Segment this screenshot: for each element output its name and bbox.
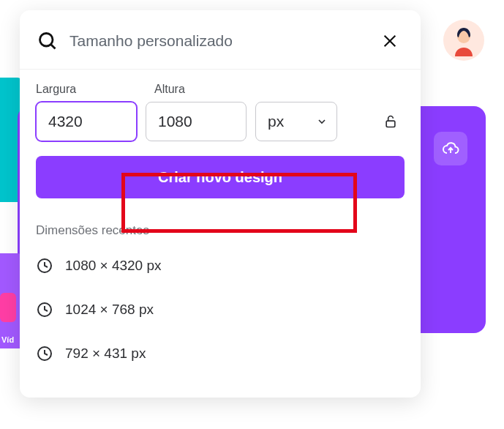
upload-button[interactable]	[434, 132, 467, 165]
width-value: 4320	[48, 113, 83, 130]
width-input[interactable]: 4320	[36, 102, 137, 141]
height-value: 1080	[158, 113, 192, 130]
bg-tile-pink	[0, 293, 16, 322]
lock-aspect-button[interactable]	[377, 102, 405, 141]
recent-item-label: 1080 × 4320 px	[65, 258, 162, 274]
close-icon	[382, 33, 398, 49]
create-design-button[interactable]: Criar novo design	[36, 156, 405, 198]
svg-line-3	[51, 45, 56, 49]
create-design-label: Criar novo design	[158, 169, 282, 186]
clock-icon	[36, 301, 53, 318]
height-input[interactable]: 1080	[146, 102, 247, 141]
search-icon	[37, 31, 58, 51]
chevron-down-icon	[316, 116, 328, 127]
search-input[interactable]: Tamanho personalizado	[69, 32, 377, 50]
search-row: Tamanho personalizado	[20, 10, 421, 70]
clock-icon	[36, 345, 53, 362]
recent-item-label: 1024 × 768 px	[65, 302, 154, 318]
recent-item-label: 792 × 431 px	[65, 346, 146, 362]
lock-open-icon	[383, 113, 398, 130]
svg-point-2	[40, 34, 53, 47]
clock-icon	[36, 257, 53, 275]
avatar[interactable]	[443, 20, 484, 61]
recent-item[interactable]: 1080 × 4320 px	[36, 244, 405, 288]
recent-list: 1080 × 4320 px 1024 × 768 px 792 × 431 p…	[36, 244, 405, 376]
unit-select[interactable]: px	[255, 102, 337, 141]
height-label: Altura	[154, 83, 257, 96]
unit-value: px	[268, 113, 284, 130]
recent-item[interactable]: 792 × 431 px	[36, 332, 405, 376]
custom-size-popup: Tamanho personalizado Largura Altura 432…	[20, 10, 421, 398]
recent-item[interactable]: 1024 × 768 px	[36, 288, 405, 332]
width-label: Largura	[36, 83, 138, 96]
avatar-image	[448, 24, 480, 56]
recent-title: Dimensões recentes	[36, 223, 405, 238]
cloud-upload-icon	[442, 140, 459, 157]
svg-rect-6	[386, 121, 395, 127]
close-button[interactable]	[377, 28, 403, 54]
sidebar-video-label: Víd	[0, 335, 22, 344]
